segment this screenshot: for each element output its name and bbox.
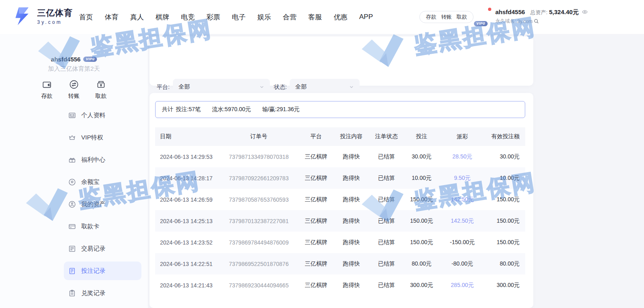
cell-bet: 10.00元 bbox=[403, 167, 440, 189]
cell-date: 2024-06-13 14:22:51 bbox=[155, 253, 218, 274]
sidebar-item-label: VIP特权 bbox=[81, 134, 103, 141]
cell-date: 2024-06-13 14:26:59 bbox=[155, 189, 218, 210]
search-icon[interactable] bbox=[534, 19, 539, 25]
cell-payout: 28.50元 bbox=[440, 146, 484, 167]
gift-icon bbox=[68, 156, 76, 164]
sidebar-item-label: 兑奖记录 bbox=[81, 289, 105, 297]
transfer-icon bbox=[69, 79, 79, 90]
nav-item-5[interactable]: 彩票 bbox=[206, 13, 220, 22]
cell-bet: 30.00元 bbox=[403, 146, 440, 167]
transactions-icon bbox=[68, 245, 76, 253]
nav-item-2[interactable]: 真人 bbox=[130, 13, 144, 22]
sidebar-item-label: 投注记录 bbox=[81, 267, 105, 275]
sidebar-item-yuebao[interactable]: 余额宝 bbox=[64, 173, 141, 191]
vip-badge: VIP0 bbox=[474, 21, 488, 26]
sidebar-item-welfare[interactable]: 福利中心 bbox=[64, 150, 141, 169]
domain-value: 3y.com bbox=[517, 19, 532, 24]
deposit-icon bbox=[42, 79, 52, 90]
nav-item-7[interactable]: 娱乐 bbox=[257, 13, 271, 22]
sidebar-item-bet-records[interactable]: 投注记录 bbox=[64, 262, 141, 280]
nav-item-11[interactable]: APP bbox=[359, 13, 373, 21]
status-select-value: 全部 bbox=[295, 83, 307, 91]
cell-payout: 285.00元 bbox=[440, 274, 484, 296]
cell-content: 跑得快 bbox=[333, 232, 370, 253]
quick-action-deposit[interactable]: 存款 bbox=[41, 79, 53, 100]
column-header-6: 派彩 bbox=[440, 127, 484, 146]
cell-bet: 80.00元 bbox=[403, 253, 440, 274]
cell-status: 已结算 bbox=[370, 274, 403, 296]
sidebar-item-transactions[interactable]: 交易记录 bbox=[64, 239, 141, 258]
nav-item-4[interactable]: 电竞 bbox=[181, 13, 195, 22]
column-header-4: 注单状态 bbox=[370, 127, 403, 146]
wallet-action-deposit[interactable]: 存款 bbox=[426, 13, 436, 21]
filter-card: 平台: 全部 状态: 全部 日期: 2024-06-13 ~ 2024-06-1… bbox=[149, 36, 533, 86]
quick-action-transfer[interactable]: 转账 bbox=[68, 79, 80, 100]
site-logo-icon bbox=[13, 6, 33, 26]
status-select[interactable]: 全部 bbox=[290, 79, 360, 95]
platform-select[interactable]: 全部 bbox=[173, 79, 270, 95]
chevron-down-icon bbox=[259, 84, 264, 89]
site-logo-text: 三亿体育 3y.com bbox=[37, 7, 73, 25]
cell-content: 跑得快 bbox=[333, 146, 370, 167]
sidebar-menu: 个人资料VIP特权福利中心余额宝我的资产取款卡交易记录投注记录兑奖记录 bbox=[64, 106, 141, 306]
sidebar-item-redeem-records[interactable]: 兑奖记录 bbox=[64, 284, 141, 302]
cell-content: 跑得快 bbox=[333, 189, 370, 210]
cell-platform: 三亿棋牌 bbox=[299, 253, 333, 274]
assets-icon bbox=[68, 200, 76, 208]
nav-item-3[interactable]: 棋牌 bbox=[156, 13, 169, 22]
bet-records-table: 日期订单号平台投注内容注单状态投注派彩有效投注额 2024-06-13 14:2… bbox=[155, 127, 525, 296]
site-logo-domain: 3y.com bbox=[37, 19, 73, 25]
cell-content: 跑得快 bbox=[333, 274, 370, 296]
nav-item-1[interactable]: 体育 bbox=[105, 13, 118, 22]
quick-action-withdraw[interactable]: 取款 bbox=[95, 79, 107, 100]
cell-platform: 三亿棋牌 bbox=[299, 189, 333, 210]
wallet-action-transfer[interactable]: 转账 bbox=[441, 13, 452, 21]
cell-status: 已结算 bbox=[370, 146, 403, 167]
notification-dot bbox=[488, 8, 491, 11]
sidebar-item-label: 我的资产 bbox=[81, 200, 105, 208]
nav-item-0[interactable]: 首页 bbox=[79, 13, 93, 22]
sidebar-item-withdraw-card[interactable]: 取款卡 bbox=[64, 217, 141, 236]
cell-status: 已结算 bbox=[370, 253, 403, 274]
cell-platform: 三亿棋牌 bbox=[299, 146, 333, 167]
column-header-5: 投注 bbox=[403, 127, 440, 146]
nav-item-6[interactable]: 电子 bbox=[232, 13, 246, 22]
sidebar-item-assets[interactable]: 我的资产 bbox=[64, 195, 141, 213]
profile-avatar[interactable] bbox=[83, 28, 115, 61]
cell-status: 已结算 bbox=[370, 167, 403, 189]
column-header-3: 投注内容 bbox=[333, 127, 370, 146]
user-text: ahsfd4556 总资产: 5,324.40元 永久域名: 3y.com bbox=[495, 8, 588, 25]
eye-icon[interactable] bbox=[582, 9, 588, 17]
domain-label: 永久域名: bbox=[495, 18, 516, 25]
status-label: 状态: bbox=[274, 79, 287, 95]
sidebar-item-vip[interactable]: VIP特权 bbox=[64, 128, 141, 147]
site-logo[interactable]: 三亿体育 3y.com bbox=[13, 6, 73, 26]
profile-username: ahsfd4556 bbox=[51, 56, 80, 63]
sidebar-item-label: 交易记录 bbox=[81, 245, 105, 253]
user-info[interactable]: VIP0 ahsfd4556 总资产: 5,324.40元 永久域名: 3y.c… bbox=[476, 8, 588, 25]
id-card-icon bbox=[68, 112, 76, 119]
site-logo-title: 三亿体育 bbox=[37, 7, 73, 19]
cell-order: 7379870132387227081 bbox=[218, 210, 300, 232]
chevron-down-icon bbox=[349, 84, 354, 89]
cell-content: 跑得快 bbox=[333, 167, 370, 189]
cell-status: 已结算 bbox=[370, 232, 403, 253]
sidebar-item-profile[interactable]: 个人资料 bbox=[64, 106, 141, 124]
sidebar-item-label: 福利中心 bbox=[81, 156, 105, 164]
cell-date: 2024-06-13 14:23:52 bbox=[155, 232, 218, 253]
quick-action-label: 存款 bbox=[41, 93, 53, 100]
cell-date: 2024-06-13 14:25:13 bbox=[155, 210, 218, 232]
column-header-0: 日期 bbox=[155, 127, 218, 146]
wallet-action-withdraw[interactable]: 取款 bbox=[457, 13, 467, 21]
assets-label: 总资产: bbox=[530, 9, 547, 16]
bet-records-card: 共计投注:57笔流水:5970.00元输/赢:291.36元 日期订单号平台投注… bbox=[149, 93, 533, 308]
table-row: 2024-06-13 14:28:177379870922661209783三亿… bbox=[155, 167, 525, 189]
nav-item-8[interactable]: 合营 bbox=[283, 13, 297, 22]
cell-platform: 三亿棋牌 bbox=[299, 232, 333, 253]
cell-bet: 150.00元 bbox=[403, 210, 440, 232]
coin-icon bbox=[68, 178, 76, 186]
cell-valid: 150.00元 bbox=[484, 210, 525, 232]
nav-item-9[interactable]: 客服 bbox=[308, 13, 322, 22]
nav-item-10[interactable]: 优惠 bbox=[334, 13, 347, 22]
summary-item-1: 流水:5970.00元 bbox=[212, 106, 251, 113]
